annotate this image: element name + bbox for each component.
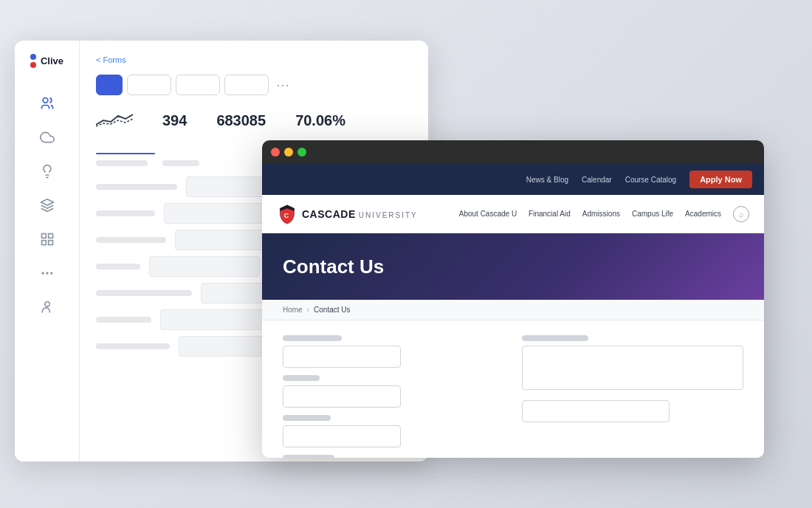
svg-rect-5 [48, 234, 52, 238]
svg-rect-4 [41, 234, 46, 238]
sidebar-item-person[interactable] [32, 292, 62, 322]
nav-admissions[interactable]: Admissions [582, 210, 620, 218]
close-button[interactable] [271, 148, 280, 157]
svg-point-11 [44, 302, 49, 307]
logo-nav-bar: C CASCADE UNIVERSITY About Cascade U Fin… [262, 195, 764, 233]
nav-course-catalog[interactable]: Course Catalog [625, 176, 676, 184]
sidebar-brand-name: Clive [41, 55, 63, 66]
apply-now-button[interactable]: Apply Now [689, 171, 752, 188]
form-input-phone[interactable] [283, 425, 401, 447]
form-field-subject [283, 455, 504, 458]
breadcrumb-bar: Home › Contact Us [262, 300, 764, 320]
form-input-email[interactable] [283, 385, 401, 408]
list-label [96, 210, 155, 216]
stat-394: 394 [162, 112, 187, 129]
tab-label-2 [162, 160, 199, 166]
svg-rect-6 [41, 241, 46, 245]
hero-banner: Contact Us [262, 233, 764, 300]
svg-marker-3 [41, 199, 53, 205]
sidebar-item-users[interactable] [32, 89, 62, 118]
tab-more-icon[interactable]: ⋯ [276, 77, 289, 93]
bc-current: Contact Us [314, 306, 350, 314]
svg-text:C: C [284, 212, 289, 219]
form-input-extra[interactable] [522, 400, 670, 422]
contact-form-body [262, 320, 764, 458]
breadcrumb: < Forms [96, 55, 412, 64]
form-left-col [283, 335, 504, 458]
sidebar-item-layers[interactable] [32, 190, 62, 220]
university-sub: UNIVERSITY [359, 211, 418, 219]
nav-calendar[interactable]: Calendar [582, 176, 612, 184]
sidebar: Clive [15, 41, 80, 461]
university-name: CASCADE [302, 208, 356, 220]
list-label [96, 290, 192, 296]
form-label-subject [283, 455, 334, 458]
tab-3[interactable] [224, 75, 269, 95]
sidebar-item-more[interactable] [32, 258, 62, 288]
svg-point-10 [51, 272, 52, 274]
main-nav-links: About Cascade U Financial Aid Admissions… [459, 206, 749, 222]
minimize-button[interactable] [284, 148, 293, 157]
list-value-box [149, 256, 260, 277]
list-label [96, 317, 151, 323]
sidebar-item-cloud[interactable] [32, 123, 62, 152]
nav-financial-aid[interactable]: Financial Aid [529, 210, 571, 218]
list-label [96, 237, 166, 243]
form-field-message [522, 335, 743, 422]
sidebar-item-lightbulb[interactable] [32, 157, 62, 186]
logo-dot-blue [30, 54, 36, 60]
form-label-email [283, 375, 320, 381]
stat-683085: 683085 [216, 112, 266, 129]
svg-point-0 [43, 98, 48, 103]
stat-chart [96, 110, 133, 131]
cascade-university-panel: News & Blog Calendar Course Catalog Appl… [262, 140, 764, 458]
nav-news-blog[interactable]: News & Blog [526, 176, 568, 184]
form-label-message [522, 335, 588, 341]
bc-home[interactable]: Home [283, 306, 303, 314]
list-label [96, 264, 140, 270]
list-label [96, 184, 177, 190]
search-icon[interactable]: ⌕ [733, 206, 749, 222]
form-label-phone [283, 415, 331, 421]
svg-rect-7 [48, 241, 52, 245]
bc-arrow: › [307, 306, 309, 314]
logo-dot-red [30, 62, 36, 68]
window-chrome [262, 140, 764, 164]
maximize-button[interactable] [297, 148, 306, 157]
university-name-block: CASCADE UNIVERSITY [302, 208, 418, 220]
university-logo: C CASCADE UNIVERSITY [277, 204, 418, 224]
form-right-col [522, 335, 743, 458]
hero-title: Contact Us [283, 255, 384, 278]
list-label [96, 343, 170, 349]
tab-underline [96, 153, 155, 154]
sidebar-logo: Clive [23, 54, 71, 68]
tab-active[interactable] [96, 75, 123, 95]
nav-academics[interactable]: Academics [685, 210, 721, 218]
list-value-box [160, 309, 271, 330]
stats-row: 394 683085 70.06% [96, 110, 412, 140]
form-field-name [283, 335, 504, 368]
form-field-phone [283, 415, 504, 447]
form-textarea-message[interactable] [522, 346, 743, 390]
stat-percent: 70.06% [295, 112, 345, 129]
svg-point-8 [42, 272, 44, 274]
svg-point-9 [47, 272, 48, 274]
tab-bar: ⋯ [96, 75, 412, 95]
form-label-name [283, 335, 342, 341]
tab-label-1 [96, 160, 148, 166]
tab-1[interactable] [127, 75, 171, 95]
tab-2[interactable] [176, 75, 220, 95]
form-input-name[interactable] [283, 346, 401, 368]
shield-icon: C [277, 204, 297, 224]
logo-dots [30, 54, 36, 68]
list-value-box [164, 203, 275, 224]
sidebar-item-grid[interactable] [32, 224, 62, 254]
form-field-email [283, 375, 504, 408]
nav-campus-life[interactable]: Campus Life [632, 210, 673, 218]
nav-about[interactable]: About Cascade U [459, 210, 517, 218]
top-nav-bar: News & Blog Calendar Course Catalog Appl… [262, 164, 764, 195]
